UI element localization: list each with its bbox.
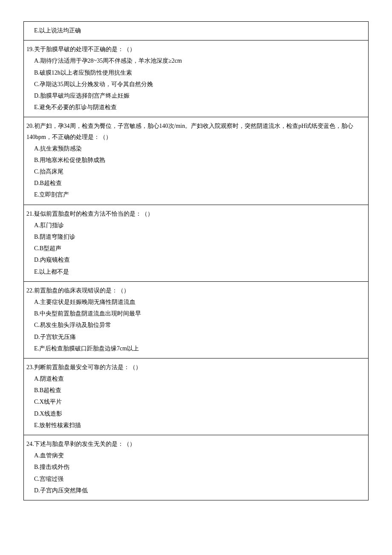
option-23-e: E.放射性核素扫描: [26, 420, 366, 431]
question-block-19: 19.关于胎膜早破的处理不正确的是：（） A.期待疗法适用于孕28~35周不伴感…: [23, 40, 369, 117]
option-19-c: C.孕期达35周以上分娩发动，可令其自然分娩: [26, 79, 366, 90]
option-21-d: D.内窥镜检查: [26, 254, 366, 265]
option-23-c: C.X线平片: [26, 396, 366, 407]
question-block-18e: E.以上说法均正确: [23, 21, 369, 40]
option-24-a: A.血管病变: [26, 450, 366, 461]
option-24-c: C.宫缩过强: [26, 474, 366, 484]
option-20-e: E.立即剖宫产: [26, 189, 366, 200]
option-21-a: A.肛门指诊: [26, 220, 366, 231]
option-20-a: A.抗生素预防感染: [26, 143, 366, 154]
option-23-a: A.阴道检查: [26, 373, 366, 384]
question-stem-22: 22.前置胎盘的临床表现错误的是：（）: [26, 285, 366, 296]
option-22-b: B.中央型前置胎盘阴道流血出现时间最早: [26, 308, 366, 319]
question-block-21: 21.疑似前置胎盘时的检查方法不恰当的是：（） A.肛门指诊 B.阴道穹隆扪诊 …: [23, 205, 369, 282]
option-24-d: D.子宫内压突然降低: [26, 485, 366, 496]
option-22-c: C.易发生胎头浮动及胎位异常: [26, 320, 366, 330]
option-21-c: C.B型超声: [26, 243, 366, 254]
question-block-24: 24.下述与胎盘早剥的发生无关的是：（） A.血管病变 B.撞击或外伤 C.宫缩…: [23, 435, 369, 500]
option-22-e: E.产后检查胎膜破口距胎盘边缘7cm以上: [26, 343, 366, 354]
question-stem-20: 20.初产妇，孕34周，检查为臀位，子宫敏感，胎心140次/min。产妇收入院观…: [26, 121, 366, 142]
option-24-b: B.撞击或外伤: [26, 462, 366, 472]
option-18-e: E.以上说法均正确: [26, 25, 366, 36]
option-20-d: D.B超检查: [26, 178, 366, 188]
question-block-20: 20.初产妇，孕34周，检查为臀位，子宫敏感，胎心140次/min。产妇收入院观…: [23, 117, 369, 205]
option-20-b: B.用地塞米松促使胎肺成熟: [26, 155, 366, 165]
option-19-b: B.破膜12h以上者应预防性使用抗生素: [26, 67, 366, 78]
question-block-22: 22.前置胎盘的临床表现错误的是：（） A.主要症状是妊娠晚期无痛性阴道流血 B…: [23, 282, 369, 358]
option-22-d: D.子宫软无压痛: [26, 332, 366, 342]
option-19-a: A.期待疗法适用于孕28~35周不伴感染，羊水池深度≥2cm: [26, 55, 366, 66]
question-block-23: 23.判断前置胎盘最安全可靠的方法是：（） A.阴道检查 B.B超检查 C.X线…: [23, 358, 369, 435]
option-23-b: B.B超检查: [26, 385, 366, 396]
option-22-a: A.主要症状是妊娠晚期无痛性阴道流血: [26, 297, 366, 307]
option-19-d: D.胎膜早破均应选择剖宫产终止妊娠: [26, 90, 366, 101]
option-21-e: E.以上都不是: [26, 266, 366, 277]
option-20-c: C.抬高床尾: [26, 166, 366, 177]
question-stem-23: 23.判断前置胎盘最安全可靠的方法是：（）: [26, 362, 366, 373]
option-23-d: D.X线造影: [26, 408, 366, 419]
question-stem-19: 19.关于胎膜早破的处理不正确的是：（）: [26, 44, 366, 55]
question-stem-21: 21.疑似前置胎盘时的检查方法不恰当的是：（）: [26, 208, 366, 219]
option-19-e: E.避免不必要的肛诊与阴道检查: [26, 102, 366, 113]
question-stem-24: 24.下述与胎盘早剥的发生无关的是：（）: [26, 439, 366, 449]
option-21-b: B.阴道穹隆扪诊: [26, 231, 366, 242]
